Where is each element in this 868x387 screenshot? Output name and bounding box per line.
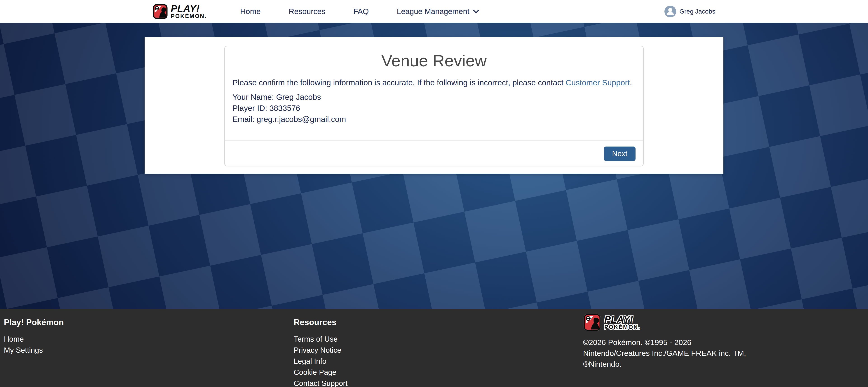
play-pokemon-badge-icon (153, 4, 167, 19)
player-name-line: Your Name: Greg Jacobs (232, 91, 346, 102)
nav-faq-label: FAQ (353, 7, 369, 16)
nav-resources-label: Resources (289, 7, 326, 16)
play-pokemon-wordmark: PLAY! POKÉMON. (171, 4, 207, 19)
copyright-text: ©2026 Pokémon. ©1995 - 2026 Nintendo/Cre… (583, 337, 746, 369)
chevron-down-icon (473, 9, 479, 14)
player-info: Your Name: Greg Jacobs Player ID: 383357… (232, 91, 346, 125)
footer-heading-play-pokemon: Play! Pokémon (4, 318, 64, 327)
player-id-line: Player ID: 3833576 (232, 102, 346, 114)
nav-item-resources[interactable]: Resources (289, 7, 326, 16)
content-panel: Venue Review Please confirm the followin… (145, 37, 723, 174)
footer-heading-resources: Resources (294, 318, 347, 327)
footer-link-home[interactable]: Home (4, 333, 64, 345)
copyright-line-3: ®Nintendo. (583, 359, 746, 369)
footer-wordmark-play: PLAY! (604, 315, 641, 324)
footer-link-terms-of-use[interactable]: Terms of Use (294, 333, 347, 345)
confirmation-text-prefix: Please confirm the following information… (232, 78, 566, 87)
footer-play-pokemon-logo: PLAY! POKÉMON. (583, 313, 746, 331)
top-navbar: PLAY! POKÉMON. Home Resources FAQ League… (0, 0, 868, 23)
play-pokemon-logo[interactable]: PLAY! POKÉMON. (153, 4, 207, 20)
footer-wordmark-pokemon: POKÉMON. (604, 324, 641, 330)
wordmark-play: PLAY! (171, 4, 207, 13)
wordmark-pokemon: POKÉMON. (171, 13, 207, 19)
footer-link-privacy-notice[interactable]: Privacy Notice (294, 345, 347, 356)
page-footer: Play! Pokémon Home My Settings Resources… (0, 309, 868, 387)
customer-support-link[interactable]: Customer Support (566, 78, 630, 87)
page-title: Venue Review (225, 51, 643, 70)
main-nav: Home Resources FAQ League Management (240, 0, 479, 23)
footer-links-resources: Terms of Use Privacy Notice Legal Info C… (294, 333, 347, 387)
user-avatar-icon (664, 6, 676, 18)
player-email-line: Email: greg.r.jacobs@gmail.com (232, 114, 346, 125)
footer-play-pokemon-badge-icon (583, 313, 601, 331)
footer-column-resources: Resources Terms of Use Privacy Notice Le… (294, 309, 347, 387)
user-menu[interactable]: Greg Jacobs (664, 0, 715, 23)
nav-home-label: Home (240, 7, 261, 16)
confirmation-text-suffix: . (630, 78, 632, 87)
nav-item-home[interactable]: Home (240, 7, 261, 16)
nav-item-faq[interactable]: FAQ (353, 7, 369, 16)
copyright-line-2: Nintendo/Creatures Inc./GAME FREAK inc. … (583, 348, 746, 359)
card-footer-divider (225, 140, 643, 141)
copyright-line-1: ©2026 Pokémon. ©1995 - 2026 (583, 337, 746, 348)
footer-column-play-pokemon: Play! Pokémon Home My Settings (4, 309, 64, 356)
next-button[interactable]: Next (604, 147, 636, 161)
footer-link-legal-info[interactable]: Legal Info (294, 356, 347, 367)
footer-column-legal: PLAY! POKÉMON. ©2026 Pokémon. ©1995 - 20… (583, 309, 746, 369)
venue-review-card: Venue Review Please confirm the followin… (224, 46, 644, 166)
nav-item-league-management[interactable]: League Management (397, 7, 479, 16)
user-name: Greg Jacobs (679, 8, 715, 15)
confirmation-message: Please confirm the following information… (232, 77, 636, 88)
footer-link-cookie-page[interactable]: Cookie Page (294, 367, 347, 378)
footer-link-my-settings[interactable]: My Settings (4, 345, 64, 356)
footer-link-contact-support[interactable]: Contact Support (294, 378, 347, 387)
footer-wordmark: PLAY! POKÉMON. (604, 315, 641, 330)
footer-links-play-pokemon: Home My Settings (4, 333, 64, 356)
nav-league-management-label: League Management (397, 7, 469, 16)
